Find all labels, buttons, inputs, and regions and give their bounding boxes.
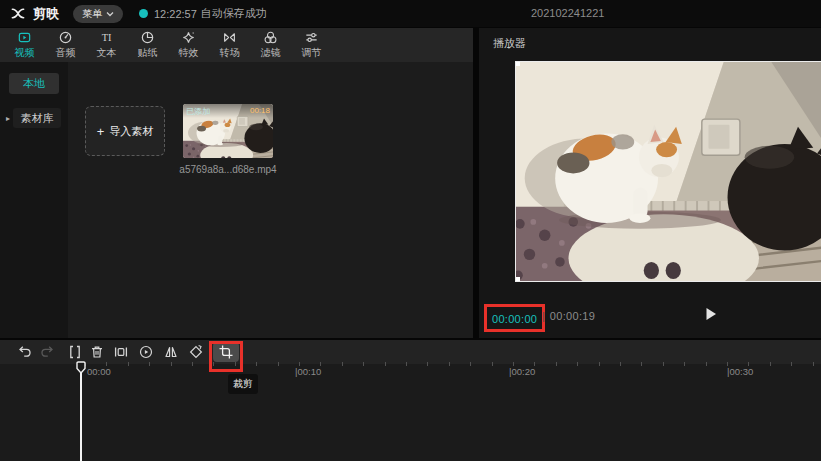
autosave-status: 12:22:57 自动保存成功 — [139, 6, 267, 21]
menu-button[interactable]: 菜单 — [73, 5, 123, 23]
sticker-icon — [140, 30, 155, 45]
transform-handle[interactable] — [516, 62, 520, 66]
effects-icon — [181, 30, 196, 45]
adjust-icon — [304, 30, 319, 45]
time-separator: | — [542, 310, 545, 322]
playhead-line[interactable] — [80, 373, 82, 461]
ruler-label: |00:20 — [509, 366, 535, 377]
current-time: 00:00:00 — [492, 313, 537, 325]
app-window: 剪映 菜单 12:22:57 自动保存成功 202102241221 视频 — [0, 0, 821, 461]
plus-icon: + — [97, 124, 105, 139]
player-panel: 播放器 — [479, 28, 821, 338]
collapse-arrow-icon: ▸ — [6, 114, 10, 123]
video-icon — [17, 30, 32, 45]
tab-filter[interactable]: 滤镜 — [250, 28, 291, 62]
sidebar-item-local[interactable]: 本地 — [9, 73, 59, 94]
annotation-box-timecode: 00:00:00 — [484, 304, 545, 332]
freeze-frame-icon[interactable] — [113, 344, 129, 360]
ruler-label: 00:00 — [87, 366, 111, 377]
tab-video[interactable]: 视频 — [4, 28, 45, 62]
sidebar-item-library[interactable]: ▸ 素材库 — [6, 108, 68, 128]
rotate-icon[interactable] — [188, 344, 204, 360]
video-frame — [516, 62, 821, 281]
capcut-logo-icon — [8, 6, 28, 21]
svg-text:TI: TI — [102, 32, 112, 43]
player-controls: 00:00:00 | 00:00:19 — [479, 302, 821, 334]
redo-icon[interactable] — [39, 344, 55, 360]
timeline-panel: 裁剪 00:00 |00:10 |00:20 |00:30 — [0, 340, 821, 461]
clip-filename: a5769a8a...d68e.mp4 — [163, 164, 293, 175]
media-panel: 视频 音频 TI 文本 贴纸 — [0, 28, 473, 338]
duration-badge: 00:18 — [250, 106, 270, 115]
annotation-box-crop — [209, 341, 243, 372]
transition-icon — [222, 30, 237, 45]
added-badge: 已添加 — [186, 106, 210, 117]
delete-icon[interactable] — [89, 344, 105, 360]
tab-text[interactable]: TI 文本 — [86, 28, 127, 62]
total-time-wrap: | 00:00:19 — [542, 310, 595, 322]
mirror-icon[interactable] — [163, 344, 179, 360]
clip-thumbnail[interactable]: 已添加 00:18 — [183, 104, 273, 158]
split-icon[interactable] — [67, 344, 83, 360]
media-sidebar: 本地 ▸ 素材库 — [0, 62, 68, 338]
tab-transition[interactable]: 转场 — [209, 28, 250, 62]
text-icon: TI — [99, 30, 114, 45]
tab-audio[interactable]: 音频 — [45, 28, 86, 62]
chevron-down-icon — [106, 11, 114, 17]
import-label: 导入素材 — [109, 124, 153, 139]
menu-label: 菜单 — [82, 7, 102, 21]
media-grid: + 导入素材 — [68, 62, 473, 338]
tab-sticker[interactable]: 贴纸 — [127, 28, 168, 62]
transform-handle[interactable] — [516, 277, 520, 281]
project-title: 202102241221 — [531, 7, 604, 19]
autosave-text: 自动保存成功 — [201, 6, 267, 21]
total-time: 00:00:19 — [550, 310, 595, 322]
audio-icon — [58, 30, 73, 45]
timeline-toolbar — [0, 340, 821, 364]
tab-effects[interactable]: 特效 — [168, 28, 209, 62]
play-button[interactable] — [703, 306, 719, 322]
filter-icon — [263, 30, 278, 45]
play-icon — [705, 307, 717, 321]
player-title: 播放器 — [479, 28, 821, 51]
ruler-label: |00:10 — [295, 366, 321, 377]
autosave-dot-icon — [139, 9, 148, 18]
crop-tooltip: 裁剪 — [228, 374, 258, 394]
ruler-ticks[interactable] — [85, 362, 821, 366]
undo-icon[interactable] — [17, 344, 33, 360]
asset-tab-bar: 视频 音频 TI 文本 贴纸 — [0, 28, 473, 62]
ruler-label: |00:30 — [727, 366, 753, 377]
tab-adjust[interactable]: 调节 — [291, 28, 332, 62]
app-name: 剪映 — [33, 5, 59, 23]
app-logo: 剪映 — [8, 5, 59, 23]
top-bar: 剪映 菜单 12:22:57 自动保存成功 202102241221 — [0, 0, 821, 27]
autosave-time: 12:22:57 — [154, 8, 197, 20]
video-preview[interactable] — [516, 62, 821, 281]
reverse-play-icon[interactable] — [138, 344, 154, 360]
import-material-button[interactable]: + 导入素材 — [85, 106, 165, 156]
